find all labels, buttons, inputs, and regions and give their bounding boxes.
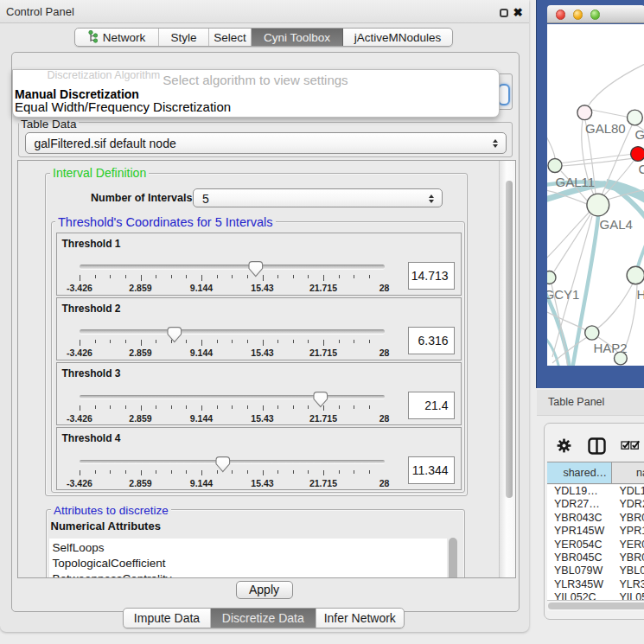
svg-text:CRP1: CRP1 (639, 161, 644, 175)
svg-text:GCY1: GCY1 (547, 287, 579, 302)
svg-text:GAL3: GAL3 (635, 127, 644, 142)
svg-text:GAL11: GAL11 (556, 174, 596, 188)
svg-text:HAP: HAP (637, 286, 644, 301)
svg-text:GAL4: GAL4 (600, 217, 633, 232)
svg-text:HAP2: HAP2 (594, 341, 628, 355)
svg-text:GAL80: GAL80 (585, 120, 626, 135)
